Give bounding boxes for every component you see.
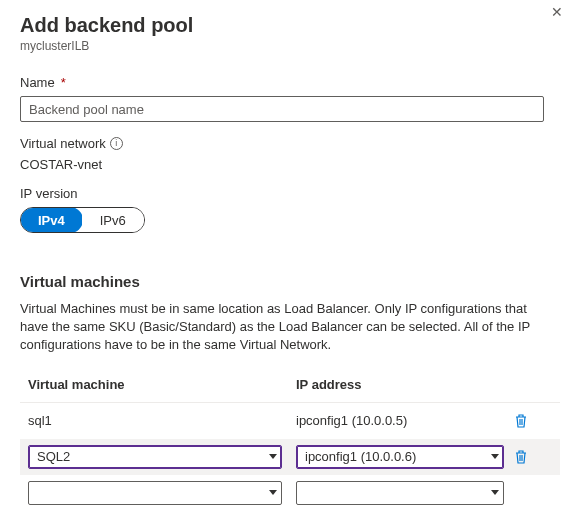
close-icon[interactable]: ✕ [551,4,563,20]
name-input[interactable] [20,96,544,122]
name-label: Name [20,75,55,90]
info-icon[interactable]: i [110,137,123,150]
delete-icon[interactable] [514,449,528,465]
ip-version-ipv4[interactable]: IPv4 [20,207,83,233]
vm-select-value: SQL2 [37,449,70,464]
table-row [20,475,560,511]
ip-version-field: IP version IPv4 IPv6 [20,186,565,233]
col-header-vm: Virtual machine [28,377,296,392]
ip-version-ipv6[interactable]: IPv6 [82,208,144,232]
vnet-field: Virtual network i COSTAR-vnet [20,136,565,172]
ip-select[interactable]: ipconfig1 (10.0.0.6) [296,445,504,469]
vnet-value: COSTAR-vnet [20,157,565,172]
vm-help-text: Virtual Machines must be in same locatio… [20,300,544,355]
ip-version-toggle[interactable]: IPv4 IPv6 [20,207,145,233]
name-field: Name * [20,75,565,122]
ip-version-label: IP version [20,186,78,201]
chevron-down-icon [491,490,499,495]
vm-section-heading: Virtual machines [20,273,565,290]
delete-icon[interactable] [514,413,528,429]
chevron-down-icon [269,454,277,459]
table-row: SQL2 ipconfig1 (10.0.0.6) [20,439,560,475]
vm-table-header: Virtual machine IP address [20,377,560,403]
vm-ip-cell: ipconfig1 (10.0.0.5) [296,413,514,428]
vm-select[interactable] [28,481,282,505]
vnet-label: Virtual network [20,136,106,151]
panel-header: Add backend pool myclusterILB [20,14,565,53]
page-subtitle: myclusterILB [20,39,565,53]
vm-name-cell: sql1 [28,413,296,428]
vm-select[interactable]: SQL2 [28,445,282,469]
chevron-down-icon [491,454,499,459]
col-header-ip: IP address [296,377,526,392]
vm-table: Virtual machine IP address sql1 ipconfig… [20,377,560,511]
required-asterisk: * [61,75,66,90]
ip-select[interactable] [296,481,504,505]
chevron-down-icon [269,490,277,495]
ip-select-value: ipconfig1 (10.0.0.6) [305,449,416,464]
table-row: sql1 ipconfig1 (10.0.0.5) [20,403,560,439]
page-title: Add backend pool [20,14,565,37]
